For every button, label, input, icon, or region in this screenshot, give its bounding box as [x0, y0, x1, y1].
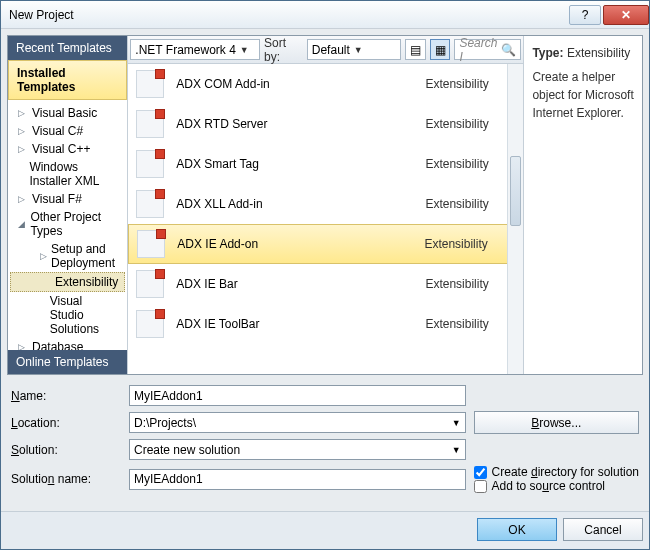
scrollbar[interactable]: [507, 64, 523, 374]
tree-item[interactable]: Visual Studio Solutions: [10, 292, 125, 338]
details-type-label: Type:: [532, 46, 563, 60]
small-icons-icon: ▤: [410, 43, 421, 57]
expand-icon[interactable]: ◢: [18, 219, 26, 229]
solution-name-input[interactable]: [129, 469, 466, 490]
template-name: ADX IE Add-on: [177, 237, 412, 251]
titlebar[interactable]: New Project ? ✕: [1, 1, 649, 29]
tree-item[interactable]: ▷Setup and Deployment: [10, 240, 125, 272]
tree-item-label: Visual C++: [32, 142, 90, 156]
template-row[interactable]: ADX IE Add-onExtensibility: [128, 224, 523, 264]
template-category: Extensibility: [425, 317, 515, 331]
tree-item[interactable]: Extensibility: [10, 272, 125, 292]
name-label: Name:: [11, 389, 121, 403]
solution-value: Create new solution: [134, 443, 240, 457]
create-directory-checkbox[interactable]: [474, 466, 487, 479]
template-icon: [136, 310, 164, 338]
location-dropdown[interactable]: D:\Projects\ ▼: [129, 412, 466, 433]
search-placeholder: Search I: [459, 36, 497, 64]
search-input[interactable]: Search I 🔍: [454, 39, 521, 60]
template-name: ADX IE ToolBar: [176, 317, 413, 331]
expand-icon[interactable]: ▷: [18, 126, 28, 136]
template-row[interactable]: ADX COM Add-inExtensibility: [128, 64, 523, 104]
help-icon: ?: [582, 8, 589, 22]
create-directory-checkbox-row[interactable]: Create directory for solution: [474, 465, 639, 479]
tree-item-label: Other Project Types: [30, 210, 119, 238]
tree-item[interactable]: ▷Visual C#: [10, 122, 125, 140]
name-input[interactable]: [129, 385, 466, 406]
expand-icon[interactable]: ▷: [18, 342, 28, 350]
close-icon: ✕: [621, 8, 631, 22]
tree-item-label: Visual Basic: [32, 106, 97, 120]
tree-item[interactable]: Windows Installer XML: [10, 158, 125, 190]
template-icon: [136, 270, 164, 298]
template-category: Extensibility: [425, 197, 515, 211]
sortby-label: Sort by:: [264, 36, 303, 64]
source-control-label: Add to source control: [492, 479, 605, 493]
source-control-checkbox[interactable]: [474, 480, 487, 493]
template-row[interactable]: ADX IE BarExtensibility: [128, 264, 523, 304]
template-row[interactable]: ADX XLL Add-inExtensibility: [128, 184, 523, 224]
template-icon: [136, 110, 164, 138]
tree-item-label: Visual F#: [32, 192, 82, 206]
view-small-icons-button[interactable]: ▤: [405, 39, 426, 60]
cancel-button[interactable]: Cancel: [563, 518, 643, 541]
template-row[interactable]: ADX RTD ServerExtensibility: [128, 104, 523, 144]
new-project-dialog: New Project ? ✕ Recent Templates Install…: [0, 0, 650, 550]
online-templates-header[interactable]: Online Templates: [8, 350, 127, 374]
template-toolbar: .NET Framework 4 ▼ Sort by: Default ▼ ▤ …: [128, 36, 523, 64]
framework-dropdown[interactable]: .NET Framework 4 ▼: [130, 39, 260, 60]
template-category: Extensibility: [425, 117, 515, 131]
sortby-value: Default: [312, 43, 350, 57]
button-bar: OK Cancel: [1, 511, 649, 549]
details-type-row: Type: Extensibility: [532, 44, 634, 62]
details-type-value: Extensibility: [567, 46, 630, 60]
expand-icon[interactable]: ▷: [18, 144, 28, 154]
chevron-down-icon: ▼: [452, 445, 461, 455]
tree-item-label: Database: [32, 340, 83, 350]
tree-item[interactable]: ▷Database: [10, 338, 125, 350]
view-medium-icons-button[interactable]: ▦: [430, 39, 451, 60]
project-form: Name: Location: D:\Projects\ ▼ Browse...…: [7, 379, 643, 497]
create-directory-label: Create directory for solution: [492, 465, 639, 479]
expand-icon[interactable]: ▷: [18, 194, 28, 204]
solution-name-label: Solution name:: [11, 472, 121, 486]
installed-templates-header[interactable]: Installed Templates: [8, 60, 127, 100]
tree-item-label: Visual C#: [32, 124, 83, 138]
scrollbar-thumb[interactable]: [510, 156, 521, 226]
template-icon: [136, 190, 164, 218]
framework-label: .NET Framework 4: [135, 43, 235, 57]
search-icon: 🔍: [501, 43, 516, 57]
ok-button[interactable]: OK: [477, 518, 557, 541]
chevron-down-icon: ▼: [354, 45, 363, 55]
template-category: Extensibility: [425, 277, 515, 291]
location-label: Location:: [11, 416, 121, 430]
details-panel: Type: Extensibility Create a helper obje…: [524, 36, 642, 374]
tree-item[interactable]: ▷Visual Basic: [10, 104, 125, 122]
help-button[interactable]: ?: [569, 5, 601, 25]
template-name: ADX RTD Server: [176, 117, 413, 131]
source-control-checkbox-row[interactable]: Add to source control: [474, 479, 639, 493]
template-row[interactable]: ADX Smart TagExtensibility: [128, 144, 523, 184]
tree-item[interactable]: ▷Visual F#: [10, 190, 125, 208]
tree-item[interactable]: ▷Visual C++: [10, 140, 125, 158]
expand-icon[interactable]: ▷: [40, 251, 47, 261]
template-icon: [137, 230, 165, 258]
browse-button[interactable]: Browse...: [474, 411, 639, 434]
solution-label: Solution:: [11, 443, 121, 457]
template-name: ADX COM Add-in: [176, 77, 413, 91]
template-list[interactable]: ADX COM Add-inExtensibilityADX RTD Serve…: [128, 64, 523, 374]
template-category: Extensibility: [425, 157, 515, 171]
solution-dropdown[interactable]: Create new solution ▼: [129, 439, 466, 460]
tree-item[interactable]: ◢Other Project Types: [10, 208, 125, 240]
recent-templates-header[interactable]: Recent Templates: [8, 36, 127, 60]
template-name: ADX Smart Tag: [176, 157, 413, 171]
expand-icon[interactable]: ▷: [18, 108, 28, 118]
sortby-dropdown[interactable]: Default ▼: [307, 39, 401, 60]
template-category: Extensibility: [425, 77, 515, 91]
template-icon: [136, 70, 164, 98]
template-row[interactable]: ADX IE ToolBarExtensibility: [128, 304, 523, 344]
details-description: Create a helper object for Microsoft Int…: [532, 68, 634, 122]
templates-sidebar: Recent Templates Installed Templates ▷Vi…: [8, 36, 128, 374]
close-button[interactable]: ✕: [603, 5, 649, 25]
template-category: Extensibility: [424, 237, 514, 251]
